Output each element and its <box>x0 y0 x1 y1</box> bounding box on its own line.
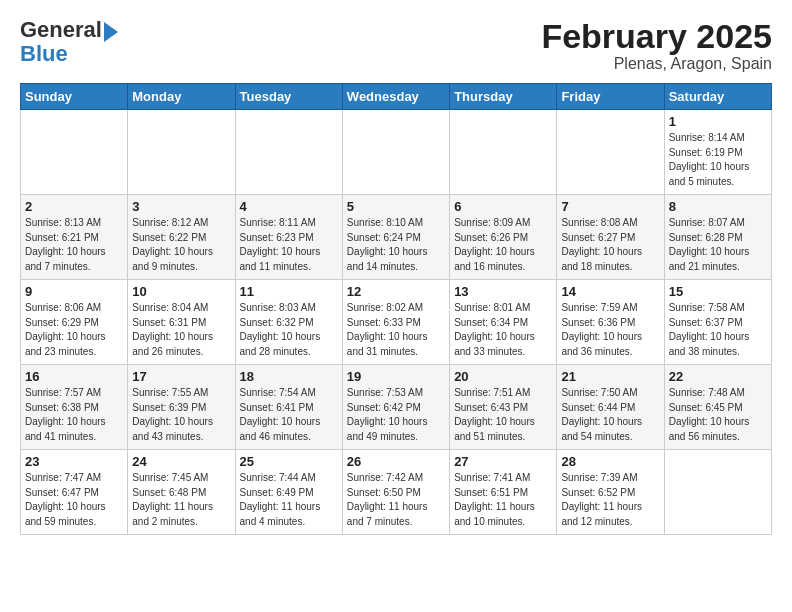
day-info: Sunrise: 8:11 AM Sunset: 6:23 PM Dayligh… <box>240 216 338 274</box>
day-number: 12 <box>347 284 445 299</box>
day-info: Sunrise: 8:03 AM Sunset: 6:32 PM Dayligh… <box>240 301 338 359</box>
day-info: Sunrise: 7:51 AM Sunset: 6:43 PM Dayligh… <box>454 386 552 444</box>
day-number: 23 <box>25 454 123 469</box>
logo-blue: Blue <box>20 41 68 66</box>
day-cell: 12Sunrise: 8:02 AM Sunset: 6:33 PM Dayli… <box>342 280 449 365</box>
day-cell: 1Sunrise: 8:14 AM Sunset: 6:19 PM Daylig… <box>664 110 771 195</box>
day-info: Sunrise: 7:47 AM Sunset: 6:47 PM Dayligh… <box>25 471 123 529</box>
day-number: 20 <box>454 369 552 384</box>
day-cell: 27Sunrise: 7:41 AM Sunset: 6:51 PM Dayli… <box>450 450 557 535</box>
week-row-3: 9Sunrise: 8:06 AM Sunset: 6:29 PM Daylig… <box>21 280 772 365</box>
day-cell: 23Sunrise: 7:47 AM Sunset: 6:47 PM Dayli… <box>21 450 128 535</box>
day-info: Sunrise: 7:48 AM Sunset: 6:45 PM Dayligh… <box>669 386 767 444</box>
day-cell: 24Sunrise: 7:45 AM Sunset: 6:48 PM Dayli… <box>128 450 235 535</box>
day-cell: 17Sunrise: 7:55 AM Sunset: 6:39 PM Dayli… <box>128 365 235 450</box>
day-info: Sunrise: 7:44 AM Sunset: 6:49 PM Dayligh… <box>240 471 338 529</box>
day-cell: 26Sunrise: 7:42 AM Sunset: 6:50 PM Dayli… <box>342 450 449 535</box>
title-block: February 2025 Plenas, Aragon, Spain <box>541 18 772 73</box>
day-info: Sunrise: 7:55 AM Sunset: 6:39 PM Dayligh… <box>132 386 230 444</box>
header-sunday: Sunday <box>21 84 128 110</box>
day-cell: 8Sunrise: 8:07 AM Sunset: 6:28 PM Daylig… <box>664 195 771 280</box>
calendar-title: February 2025 <box>541 18 772 55</box>
day-info: Sunrise: 7:41 AM Sunset: 6:51 PM Dayligh… <box>454 471 552 529</box>
day-info: Sunrise: 8:07 AM Sunset: 6:28 PM Dayligh… <box>669 216 767 274</box>
header: General Blue February 2025 Plenas, Arago… <box>20 18 772 73</box>
day-number: 13 <box>454 284 552 299</box>
day-cell: 21Sunrise: 7:50 AM Sunset: 6:44 PM Dayli… <box>557 365 664 450</box>
page: General Blue February 2025 Plenas, Arago… <box>0 0 792 545</box>
header-tuesday: Tuesday <box>235 84 342 110</box>
day-cell: 28Sunrise: 7:39 AM Sunset: 6:52 PM Dayli… <box>557 450 664 535</box>
day-cell: 2Sunrise: 8:13 AM Sunset: 6:21 PM Daylig… <box>21 195 128 280</box>
day-number: 18 <box>240 369 338 384</box>
day-cell: 3Sunrise: 8:12 AM Sunset: 6:22 PM Daylig… <box>128 195 235 280</box>
day-number: 26 <box>347 454 445 469</box>
day-cell: 13Sunrise: 8:01 AM Sunset: 6:34 PM Dayli… <box>450 280 557 365</box>
day-number: 6 <box>454 199 552 214</box>
day-cell <box>450 110 557 195</box>
logo-arrow-icon <box>104 22 118 42</box>
day-number: 5 <box>347 199 445 214</box>
day-cell: 22Sunrise: 7:48 AM Sunset: 6:45 PM Dayli… <box>664 365 771 450</box>
day-info: Sunrise: 8:14 AM Sunset: 6:19 PM Dayligh… <box>669 131 767 189</box>
week-row-1: 1Sunrise: 8:14 AM Sunset: 6:19 PM Daylig… <box>21 110 772 195</box>
day-number: 4 <box>240 199 338 214</box>
day-number: 28 <box>561 454 659 469</box>
day-info: Sunrise: 7:53 AM Sunset: 6:42 PM Dayligh… <box>347 386 445 444</box>
day-number: 9 <box>25 284 123 299</box>
day-info: Sunrise: 8:12 AM Sunset: 6:22 PM Dayligh… <box>132 216 230 274</box>
day-cell <box>557 110 664 195</box>
day-info: Sunrise: 7:50 AM Sunset: 6:44 PM Dayligh… <box>561 386 659 444</box>
logo: General Blue <box>20 18 118 66</box>
calendar-table: SundayMondayTuesdayWednesdayThursdayFrid… <box>20 83 772 535</box>
day-info: Sunrise: 8:13 AM Sunset: 6:21 PM Dayligh… <box>25 216 123 274</box>
day-number: 19 <box>347 369 445 384</box>
day-number: 17 <box>132 369 230 384</box>
day-info: Sunrise: 8:09 AM Sunset: 6:26 PM Dayligh… <box>454 216 552 274</box>
header-friday: Friday <box>557 84 664 110</box>
day-number: 2 <box>25 199 123 214</box>
day-cell: 19Sunrise: 7:53 AM Sunset: 6:42 PM Dayli… <box>342 365 449 450</box>
week-row-4: 16Sunrise: 7:57 AM Sunset: 6:38 PM Dayli… <box>21 365 772 450</box>
day-number: 21 <box>561 369 659 384</box>
calendar-subtitle: Plenas, Aragon, Spain <box>541 55 772 73</box>
day-cell: 11Sunrise: 8:03 AM Sunset: 6:32 PM Dayli… <box>235 280 342 365</box>
header-saturday: Saturday <box>664 84 771 110</box>
day-cell <box>21 110 128 195</box>
day-info: Sunrise: 7:39 AM Sunset: 6:52 PM Dayligh… <box>561 471 659 529</box>
day-number: 14 <box>561 284 659 299</box>
day-cell: 16Sunrise: 7:57 AM Sunset: 6:38 PM Dayli… <box>21 365 128 450</box>
day-cell: 5Sunrise: 8:10 AM Sunset: 6:24 PM Daylig… <box>342 195 449 280</box>
calendar-header-row: SundayMondayTuesdayWednesdayThursdayFrid… <box>21 84 772 110</box>
day-cell: 10Sunrise: 8:04 AM Sunset: 6:31 PM Dayli… <box>128 280 235 365</box>
day-info: Sunrise: 8:04 AM Sunset: 6:31 PM Dayligh… <box>132 301 230 359</box>
day-number: 11 <box>240 284 338 299</box>
day-cell: 6Sunrise: 8:09 AM Sunset: 6:26 PM Daylig… <box>450 195 557 280</box>
day-info: Sunrise: 7:42 AM Sunset: 6:50 PM Dayligh… <box>347 471 445 529</box>
week-row-2: 2Sunrise: 8:13 AM Sunset: 6:21 PM Daylig… <box>21 195 772 280</box>
day-cell: 7Sunrise: 8:08 AM Sunset: 6:27 PM Daylig… <box>557 195 664 280</box>
day-cell: 9Sunrise: 8:06 AM Sunset: 6:29 PM Daylig… <box>21 280 128 365</box>
day-number: 8 <box>669 199 767 214</box>
day-number: 27 <box>454 454 552 469</box>
day-info: Sunrise: 7:45 AM Sunset: 6:48 PM Dayligh… <box>132 471 230 529</box>
day-number: 1 <box>669 114 767 129</box>
day-cell: 25Sunrise: 7:44 AM Sunset: 6:49 PM Dayli… <box>235 450 342 535</box>
day-info: Sunrise: 7:58 AM Sunset: 6:37 PM Dayligh… <box>669 301 767 359</box>
day-info: Sunrise: 8:10 AM Sunset: 6:24 PM Dayligh… <box>347 216 445 274</box>
day-cell: 4Sunrise: 8:11 AM Sunset: 6:23 PM Daylig… <box>235 195 342 280</box>
day-info: Sunrise: 7:57 AM Sunset: 6:38 PM Dayligh… <box>25 386 123 444</box>
day-info: Sunrise: 7:54 AM Sunset: 6:41 PM Dayligh… <box>240 386 338 444</box>
day-cell: 20Sunrise: 7:51 AM Sunset: 6:43 PM Dayli… <box>450 365 557 450</box>
day-info: Sunrise: 8:06 AM Sunset: 6:29 PM Dayligh… <box>25 301 123 359</box>
day-cell: 15Sunrise: 7:58 AM Sunset: 6:37 PM Dayli… <box>664 280 771 365</box>
day-number: 15 <box>669 284 767 299</box>
day-number: 7 <box>561 199 659 214</box>
day-cell <box>128 110 235 195</box>
day-info: Sunrise: 7:59 AM Sunset: 6:36 PM Dayligh… <box>561 301 659 359</box>
day-number: 22 <box>669 369 767 384</box>
day-number: 10 <box>132 284 230 299</box>
header-wednesday: Wednesday <box>342 84 449 110</box>
logo-general: General <box>20 18 102 42</box>
header-thursday: Thursday <box>450 84 557 110</box>
